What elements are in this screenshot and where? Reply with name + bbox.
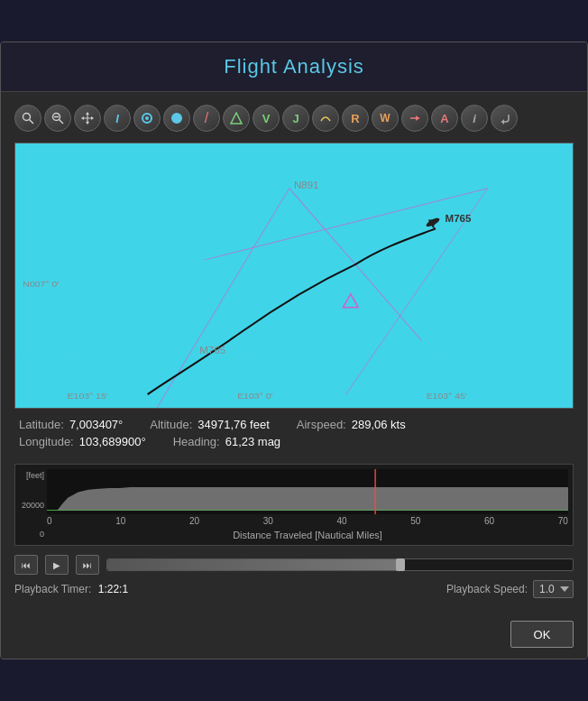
altitude-chart-svg bbox=[47, 469, 568, 514]
svg-text:E103° 45': E103° 45' bbox=[427, 391, 467, 401]
map-area[interactable]: N891 N007° 0' M765 M765 E103° 15' E103° … bbox=[14, 143, 574, 409]
playback-info-row: Playback Timer: 1:22:1 Playback Speed: 0… bbox=[14, 580, 574, 598]
svg-marker-8 bbox=[86, 122, 89, 125]
pan-button[interactable] bbox=[74, 105, 101, 132]
mode-arc-button[interactable] bbox=[312, 105, 339, 132]
title-bar: Flight Analysis bbox=[1, 42, 587, 92]
chart-x-labels: 0 10 20 30 40 50 60 70 bbox=[47, 516, 568, 528]
heading-value: 61,23 mag bbox=[225, 435, 280, 448]
svg-marker-16 bbox=[416, 115, 419, 121]
longitude-value: 103,689900° bbox=[79, 435, 146, 448]
flight-path-svg: N891 N007° 0' M765 M765 E103° 15' E103° … bbox=[15, 143, 573, 408]
toolbar: I / V J R W A i bbox=[14, 101, 574, 135]
playback-timer-label: Playback Timer: bbox=[14, 583, 91, 595]
svg-marker-10 bbox=[91, 116, 94, 120]
playback-speed: Playback Speed: 0.5 1.0 2.0 4.0 bbox=[446, 580, 574, 598]
mode-i-button[interactable]: I bbox=[104, 105, 131, 132]
chart-y-value-high: 20000 bbox=[22, 501, 44, 510]
svg-text:E103° 0': E103° 0' bbox=[237, 391, 272, 401]
x-label-40: 40 bbox=[337, 516, 347, 526]
info-row-2: Longitude: 103,689900° Heading: 61,23 ma… bbox=[19, 435, 569, 448]
playback-speed-label: Playback Speed: bbox=[446, 583, 528, 595]
x-label-60: 60 bbox=[484, 516, 494, 526]
latitude-value: 7,003407° bbox=[69, 418, 123, 431]
svg-text:N891: N891 bbox=[294, 180, 319, 190]
progress-fill bbox=[107, 559, 400, 570]
mode-w-button[interactable]: W bbox=[372, 105, 399, 132]
x-label-10: 10 bbox=[115, 516, 125, 526]
info-row-1: Latitude: 7,003407° Altitude: 34971,76 f… bbox=[19, 418, 569, 431]
svg-text:E103° 15': E103° 15' bbox=[68, 391, 108, 401]
progress-bar[interactable] bbox=[106, 558, 574, 571]
progress-thumb bbox=[396, 558, 405, 571]
mode-slash-button[interactable]: / bbox=[193, 105, 220, 132]
mode-j-button[interactable]: J bbox=[282, 105, 309, 132]
svg-marker-26 bbox=[343, 294, 358, 308]
svg-point-12 bbox=[145, 116, 149, 120]
svg-marker-7 bbox=[86, 112, 89, 115]
mode-dot-button[interactable] bbox=[163, 105, 190, 132]
svg-text:N007° 0': N007° 0' bbox=[23, 279, 59, 289]
svg-marker-14 bbox=[231, 113, 242, 124]
altitude-value: 34971,76 feet bbox=[198, 418, 270, 431]
longitude-label: Longitude: bbox=[19, 435, 74, 448]
chart-y-value-low: 0 bbox=[40, 530, 44, 539]
playback-speed-select[interactable]: 0.5 1.0 2.0 4.0 bbox=[533, 580, 574, 598]
chart-x-axis-title: Distance Traveled [Nautical Miles] bbox=[47, 530, 568, 540]
svg-text:M765: M765 bbox=[199, 346, 225, 356]
svg-line-3 bbox=[60, 120, 64, 125]
fast-forward-button[interactable]: ⏭ bbox=[76, 555, 99, 575]
info-button[interactable]: i bbox=[461, 105, 488, 132]
playback-controls: ⏮ ▶ ⏭ bbox=[14, 555, 574, 575]
x-label-0: 0 bbox=[47, 516, 52, 526]
info-section: Latitude: 7,003407° Altitude: 34971,76 f… bbox=[14, 409, 574, 457]
svg-marker-9 bbox=[81, 116, 84, 120]
heading-label: Heading: bbox=[173, 435, 220, 448]
mode-a-button[interactable]: A bbox=[431, 105, 458, 132]
airspeed-value: 289,06 kts bbox=[352, 418, 406, 431]
return-button[interactable] bbox=[491, 105, 518, 132]
svg-text:M765: M765 bbox=[446, 214, 472, 225]
svg-point-0 bbox=[23, 114, 31, 121]
airspeed-label: Airspeed: bbox=[297, 418, 346, 431]
mode-v-button[interactable]: V bbox=[253, 105, 280, 132]
content-area: I / V J R W A i bbox=[1, 92, 587, 612]
ok-button[interactable]: OK bbox=[510, 621, 574, 648]
latitude-label: Latitude: bbox=[19, 418, 64, 431]
flight-analysis-window: Flight Analysis bbox=[0, 42, 588, 659]
window-title: Flight Analysis bbox=[14, 55, 574, 78]
play-button[interactable]: ▶ bbox=[45, 555, 69, 575]
mode-triangle-button[interactable] bbox=[223, 105, 250, 132]
latitude-item: Latitude: 7,003407° bbox=[19, 418, 123, 431]
altitude-item: Altitude: 34971,76 feet bbox=[150, 418, 270, 431]
longitude-item: Longitude: 103,689900° bbox=[19, 435, 146, 448]
chart-y-label-top: [feet] bbox=[26, 471, 44, 480]
playback-timer: Playback Timer: 1:22:1 bbox=[14, 583, 128, 595]
magnify-button[interactable] bbox=[14, 105, 41, 132]
svg-marker-17 bbox=[501, 119, 504, 125]
heading-item: Heading: 61,23 mag bbox=[173, 435, 280, 448]
mode-r-button[interactable]: R bbox=[342, 105, 369, 132]
playback-timer-value: 1:22:1 bbox=[98, 583, 128, 595]
rewind-button[interactable]: ⏮ bbox=[14, 555, 38, 575]
mode-circle-button[interactable] bbox=[133, 105, 161, 132]
airspeed-item: Airspeed: 289,06 kts bbox=[297, 418, 406, 431]
svg-point-13 bbox=[172, 114, 181, 123]
zoom-out-button[interactable] bbox=[44, 105, 71, 132]
x-label-50: 50 bbox=[410, 516, 420, 526]
svg-line-1 bbox=[30, 120, 34, 125]
footer: OK bbox=[1, 612, 587, 659]
x-label-20: 20 bbox=[189, 516, 199, 526]
mode-arrow-button[interactable] bbox=[401, 105, 428, 132]
x-label-70: 70 bbox=[558, 516, 568, 526]
x-label-30: 30 bbox=[263, 516, 273, 526]
altitude-chart: [feet] 20000 0 bbox=[14, 464, 574, 546]
svg-line-23 bbox=[204, 189, 487, 260]
altitude-label: Altitude: bbox=[150, 418, 192, 431]
